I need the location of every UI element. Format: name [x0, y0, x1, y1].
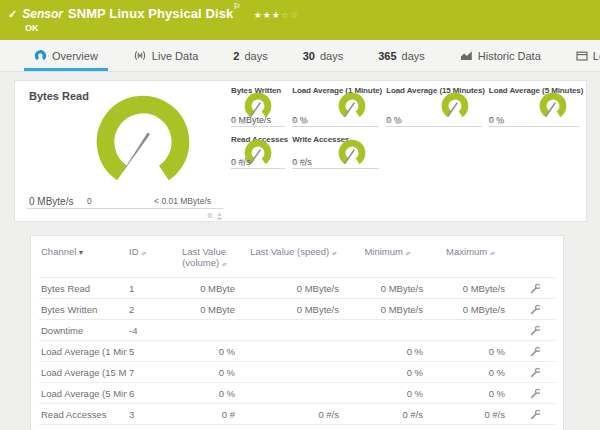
user-access-icon[interactable] — [240, 118, 246, 124]
cell-minimum: 0 #/s — [349, 404, 433, 425]
cell-last-speed — [245, 383, 349, 404]
cell-channel: Load Average (15 Mi… — [39, 362, 127, 383]
wrench-icon[interactable] — [530, 367, 541, 378]
tab-2-days[interactable]: 2 days — [229, 40, 271, 71]
cell-last-volume: 0 MByte — [171, 278, 245, 299]
col-header-minimum[interactable]: Minimum ▴▾ — [349, 241, 433, 278]
col-header-channel[interactable]: Channel ▾ — [39, 241, 127, 278]
tab-bar: Overview Live Data 2 days 30 days 365 da… — [0, 40, 600, 72]
mini-gauge-read-accesses: Read Accesses 0 #/s ⚙ — [231, 133, 288, 179]
channel-settings-gear-icon[interactable]: ⚙ — [292, 117, 298, 125]
wrench-icon[interactable] — [530, 346, 541, 357]
wrench-icon[interactable] — [530, 325, 541, 336]
user-access-icon[interactable] — [240, 160, 246, 166]
cell-minimum: 0 % — [349, 341, 433, 362]
channel-settings-gear-icon[interactable]: ⚙ — [386, 117, 392, 125]
col-header-last-speed[interactable]: Last Value (speed) ▴▾ — [245, 241, 349, 278]
cell-channel: Read Accesses — [39, 404, 127, 425]
cell-last-volume: 0 % — [171, 383, 245, 404]
table-row: Write Accesses 4 0 # 0 #/s 0 #/s 0 #/s — [39, 425, 555, 430]
cell-id: 2 — [127, 299, 171, 320]
tab-30-days[interactable]: 30 days — [299, 40, 348, 71]
cell-maximum — [433, 320, 515, 341]
wrench-icon[interactable] — [530, 409, 541, 420]
stars-filled: ★★★ — [254, 10, 281, 20]
tab-365-days-label: days — [402, 50, 425, 62]
gauge-icon — [34, 49, 47, 62]
tab-365-days[interactable]: 365 days — [374, 40, 429, 71]
col-header-id[interactable]: ID ▴▾ — [127, 241, 171, 278]
tab-log[interactable]: Log — [572, 40, 600, 71]
user-access-icon[interactable] — [395, 118, 401, 124]
mini-gauge-bytes-written: Bytes Written 0 MByte/s ⚙ — [231, 81, 288, 133]
user-access-icon[interactable] — [216, 213, 223, 220]
gauge-needle — [120, 133, 150, 177]
table-row: Bytes Written 2 0 MByte 0 MByte/s 0 MByt… — [39, 299, 555, 320]
cell-maximum: 0 % — [433, 383, 515, 404]
cell-channel: Bytes Read — [39, 278, 127, 299]
user-access-icon[interactable] — [301, 160, 307, 166]
cell-id: 4 — [127, 425, 171, 430]
sort-icon: ▴▾ — [490, 250, 494, 256]
mini-gauge-write-accesses: Write Accesses 0 #/s ⚙ — [292, 133, 382, 179]
cell-last-speed: 0 MByte/s — [245, 278, 349, 299]
wrench-icon[interactable] — [530, 304, 541, 315]
tab-2-days-num: 2 — [233, 50, 239, 62]
channel-settings-gear-icon[interactable]: ⚙ — [292, 159, 298, 167]
cell-id: 5 — [127, 341, 171, 362]
sensor-title: SNMP Linux Physical Disk⚐ — [68, 6, 241, 21]
sensor-kind-label: Sensor — [22, 7, 63, 21]
col-header-last-volume[interactable]: Last Value(volume) ▴▾ — [171, 241, 245, 278]
cell-maximum: 0 MByte/s — [433, 299, 515, 320]
table-row: Load Average (1 Min… 5 0 % 0 % 0 % — [39, 341, 555, 362]
sort-icon: ▴▾ — [141, 250, 145, 256]
user-access-icon[interactable] — [498, 118, 504, 124]
overview-content: Bytes Read 0 < 0.01 MByte/s 0 MByte/s ⚙ … — [0, 72, 600, 430]
sort-icon: ▴▾ — [406, 250, 410, 256]
tab-2-days-label: days — [244, 50, 267, 62]
main-gauge-bytes-read: Bytes Read 0 < 0.01 MByte/s 0 MByte/s ⚙ — [15, 81, 229, 221]
table-row: Downtime -4 — [39, 320, 555, 341]
cell-maximum: 0 #/s — [433, 404, 515, 425]
channel-settings-gear-icon[interactable]: ⚙ — [489, 117, 495, 125]
wrench-icon[interactable] — [530, 388, 541, 399]
channel-settings-gear-icon[interactable]: ⚙ — [231, 117, 237, 125]
cell-minimum: 0 % — [349, 362, 433, 383]
cell-last-speed: 0 #/s — [245, 404, 349, 425]
main-gauge-label: Bytes Read — [29, 90, 89, 102]
channels-table: Channel ▾ ID ▴▾ Last Value(volume) ▴▾ La… — [39, 241, 555, 430]
channel-settings-gear-icon[interactable]: ⚙ — [231, 159, 237, 167]
user-access-icon[interactable] — [301, 118, 307, 124]
cell-channel: Downtime — [39, 320, 127, 341]
cell-last-speed — [245, 320, 349, 341]
tab-30-days-num: 30 — [303, 50, 315, 62]
cell-maximum: 0 MByte/s — [433, 278, 515, 299]
mini-gauge-label: Load Average (5 Minutes) — [489, 86, 583, 95]
sensor-status-bar: ✓ Sensor SNMP Linux Physical Disk⚐ ★★★☆☆… — [0, 0, 600, 40]
mini-gauges-grid: Bytes Written 0 MByte/s ⚙ Load Average (… — [229, 81, 593, 221]
channel-settings-gear-icon[interactable]: ⚙ — [207, 212, 213, 220]
channels-table-panel: Channel ▾ ID ▴▾ Last Value(volume) ▴▾ La… — [30, 235, 564, 430]
cell-last-speed — [245, 362, 349, 383]
gauges-panel: Bytes Read 0 < 0.01 MByte/s 0 MByte/s ⚙ … — [14, 80, 587, 222]
cell-channel: Load Average (5 Min… — [39, 383, 127, 404]
priority-stars[interactable]: ★★★☆☆ — [254, 10, 299, 20]
cell-last-volume: 0 % — [171, 341, 245, 362]
tab-live-data[interactable]: Live Data — [129, 40, 202, 71]
table-row: Load Average (15 Mi… 7 0 % 0 % 0 % — [39, 362, 555, 383]
cell-minimum: 0 MByte/s — [349, 299, 433, 320]
wrench-icon[interactable] — [530, 283, 541, 294]
tab-30-days-label: days — [320, 50, 343, 62]
cell-channel: Bytes Written — [39, 299, 127, 320]
sort-desc-icon: ▾ — [79, 248, 83, 257]
cell-minimum: 0 #/s — [349, 425, 433, 430]
cell-last-volume: 0 # — [171, 425, 245, 430]
tab-historic-data[interactable]: Historic Data — [456, 40, 545, 71]
tab-overview-label: Overview — [52, 50, 98, 62]
col-header-maximum[interactable]: Maximum ▴▾ — [433, 241, 515, 278]
mini-gauge-load-5min: Load Average (5 Minutes) 0 % ⚙ — [489, 81, 583, 133]
dependency-flag-icon: ⚐ — [233, 2, 240, 11]
cell-last-speed — [245, 341, 349, 362]
tab-overview[interactable]: Overview — [30, 40, 102, 71]
status-ok-check-icon: ✓ — [8, 8, 17, 21]
